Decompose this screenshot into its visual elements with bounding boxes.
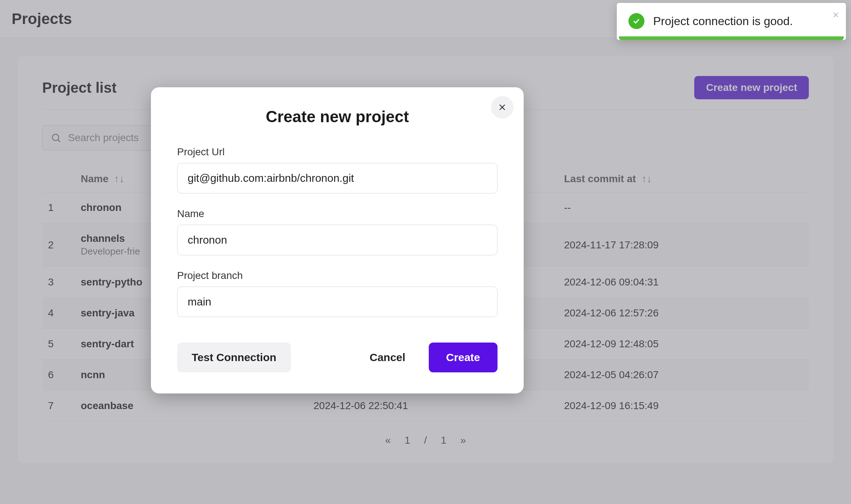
project-url-input[interactable]: [177, 163, 498, 193]
project-url-label: Project Url: [177, 146, 498, 158]
create-project-modal: Create new project Project Url Name Proj…: [151, 87, 524, 393]
toast-success: Project connection is good.: [617, 3, 846, 40]
toast-message: Project connection is good.: [653, 15, 834, 28]
check-circle-icon: [628, 13, 644, 29]
close-icon: [832, 11, 839, 19]
toast-progress-bar: [619, 36, 844, 40]
project-name-label: Name: [177, 208, 498, 220]
toast-close-button[interactable]: [832, 9, 839, 21]
project-branch-input[interactable]: [177, 287, 498, 317]
close-icon: [498, 103, 507, 112]
test-connection-button[interactable]: Test Connection: [177, 343, 291, 372]
create-button[interactable]: Create: [429, 343, 498, 372]
modal-close-button[interactable]: [491, 96, 514, 119]
modal-title: Create new project: [177, 108, 498, 126]
cancel-button[interactable]: Cancel: [355, 343, 420, 372]
project-branch-label: Project branch: [177, 270, 498, 281]
project-name-input[interactable]: [177, 225, 498, 255]
